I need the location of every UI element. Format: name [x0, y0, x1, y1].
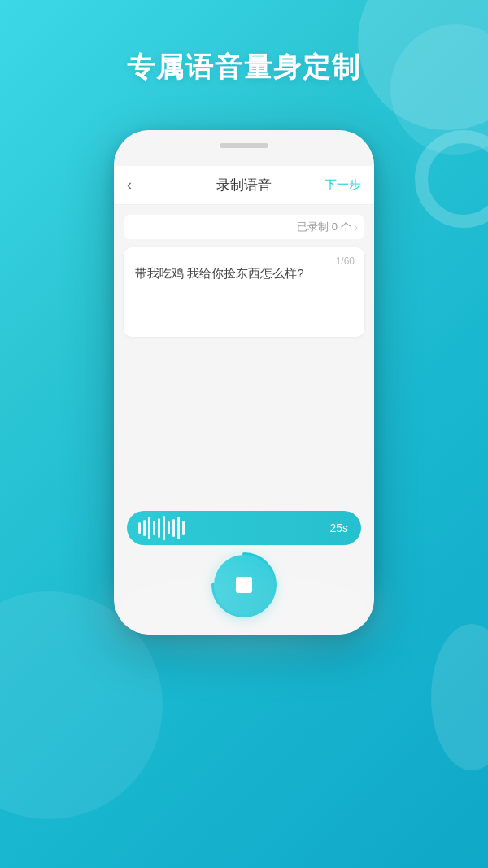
- wave-bar: [168, 521, 170, 534]
- audio-time-label: 25s: [329, 521, 348, 534]
- back-button[interactable]: ‹: [127, 177, 132, 194]
- phone-mockup: ‹ 录制语音 下一步 已录制 0 个 › 1/60 带我吃鸡 我给你捡东西怎么样…: [114, 130, 374, 635]
- audio-waveform-bar: 25s: [127, 511, 361, 545]
- waveform-icon: [138, 516, 185, 540]
- wave-bar: [138, 522, 141, 534]
- phone-speaker: [220, 143, 268, 148]
- phone-frame: ‹ 录制语音 下一步 已录制 0 个 › 1/60 带我吃鸡 我给你捡东西怎么样…: [114, 130, 374, 635]
- text-counter: 1/60: [336, 255, 355, 267]
- record-count-label: 已录制 0 个: [297, 220, 351, 234]
- wave-bar: [158, 518, 160, 538]
- next-step-button[interactable]: 下一步: [325, 177, 361, 193]
- phone-screen: ‹ 录制语音 下一步 已录制 0 个 › 1/60 带我吃鸡 我给你捡东西怎么样…: [114, 130, 374, 635]
- wave-bar: [143, 520, 146, 536]
- wave-bar: [177, 517, 180, 539]
- record-count-row: 已录制 0 个 ›: [124, 215, 364, 239]
- nav-bar: ‹ 录制语音 下一步: [114, 166, 374, 205]
- page-title: 专属语音量身定制: [0, 49, 488, 86]
- text-content: 带我吃鸡 我给你捡东西怎么样?: [135, 264, 353, 283]
- nav-title: 录制语音: [216, 176, 272, 194]
- spacer: [124, 345, 364, 410]
- text-card: 1/60 带我吃鸡 我给你捡东西怎么样?: [124, 247, 364, 337]
- bg-decoration-right-arc: [431, 624, 488, 770]
- wave-bar: [148, 517, 150, 539]
- wave-bar: [172, 519, 175, 537]
- record-count-arrow-icon[interactable]: ›: [355, 221, 358, 233]
- wave-bar: [163, 516, 165, 540]
- wave-bar: [182, 521, 185, 535]
- wave-bar: [153, 521, 155, 535]
- phone-bottom-decoration: [106, 569, 382, 651]
